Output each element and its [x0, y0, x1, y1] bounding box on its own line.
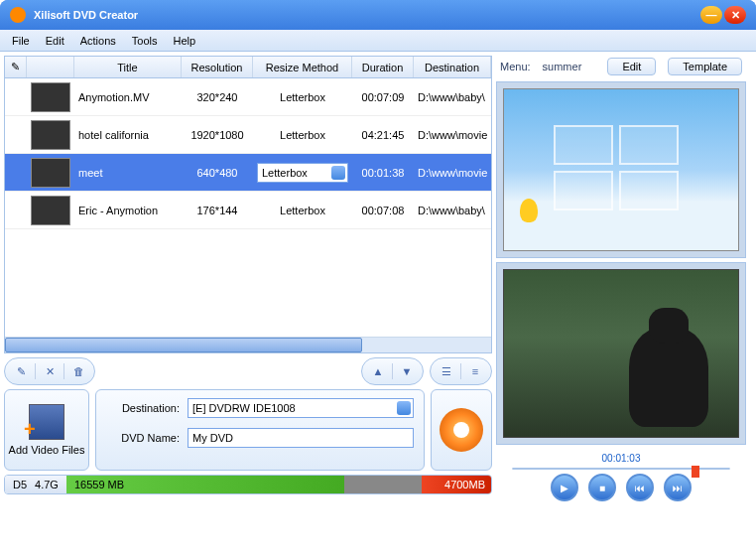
- menu-edit[interactable]: Edit: [46, 35, 64, 47]
- close-button[interactable]: ✕: [724, 6, 746, 24]
- seek-bar[interactable]: [512, 468, 730, 470]
- menu-help[interactable]: Help: [173, 35, 195, 47]
- horizontal-scrollbar[interactable]: [5, 337, 491, 352]
- menu-slot: [619, 171, 679, 210]
- view-toolbar: ☰ ≡: [430, 357, 492, 385]
- table-row[interactable]: hotel california 1920*1080 Letterbox 04:…: [5, 116, 491, 154]
- menu-slot: [554, 125, 613, 165]
- seek-marker[interactable]: [692, 466, 699, 478]
- menu-template-name: summer: [543, 61, 582, 72]
- resize-dropdown[interactable]: Letterbox: [257, 163, 348, 183]
- col-resolution[interactable]: Resolution: [182, 57, 253, 77]
- edit-button[interactable]: ✎: [9, 361, 33, 381]
- cell-resolution: 176*144: [182, 205, 253, 216]
- cell-resolution: 1920*1080: [182, 129, 253, 141]
- thumbnail: [31, 82, 70, 112]
- cell-resolution: 640*480: [182, 167, 253, 179]
- cell-dest: D:\www\baby\: [414, 91, 491, 103]
- menu-actions[interactable]: Actions: [80, 35, 116, 47]
- cell-resolution: 320*240: [182, 91, 253, 103]
- cell-duration: 00:07:08: [352, 205, 414, 216]
- used-space: 16559 MB: [66, 476, 344, 493]
- table-row[interactable]: Eric - Anymotion 176*144 Letterbox 00:07…: [5, 192, 491, 229]
- edit-toolbar: ✎ ✕ 🗑: [4, 357, 95, 385]
- cell-dest: D:\www\movie: [414, 129, 491, 141]
- menu-file[interactable]: File: [12, 35, 30, 47]
- cell-title: meet: [74, 167, 182, 179]
- move-up-button[interactable]: ▲: [366, 361, 390, 381]
- window-title: Xilisoft DVD Creator: [34, 9, 138, 21]
- template-button[interactable]: Template: [668, 58, 742, 75]
- menu-header: Menu: summer Edit Template: [496, 56, 746, 77]
- disc-size: 4.7G: [35, 479, 59, 490]
- cell-resize[interactable]: Letterbox: [253, 163, 352, 183]
- cell-title: Eric - Anymotion: [74, 205, 182, 216]
- scrollbar-thumb[interactable]: [5, 338, 362, 352]
- capacity-bar: D5 4.7G 16559 MB 4700MB: [4, 475, 492, 494]
- add-video-files-button[interactable]: Add Video Files: [4, 389, 89, 471]
- cell-resize: Letterbox: [253, 205, 352, 216]
- view-detail-button[interactable]: ≡: [463, 361, 487, 381]
- burn-button[interactable]: [431, 389, 492, 471]
- col-checkbox[interactable]: ✎: [5, 57, 27, 77]
- delete-button[interactable]: ✕: [38, 361, 62, 381]
- table-row[interactable]: Anymotion.MV 320*240 Letterbox 00:07:09 …: [5, 78, 491, 116]
- menubar: File Edit Actions Tools Help: [0, 30, 756, 52]
- add-files-label: Add Video Files: [9, 444, 85, 456]
- thumbnail: [31, 120, 70, 150]
- add-files-icon: [29, 404, 64, 440]
- menu-preview-pane: [496, 81, 746, 258]
- table-body: Anymotion.MV 320*240 Letterbox 00:07:09 …: [5, 78, 491, 337]
- cell-resize: Letterbox: [253, 129, 352, 141]
- cell-title: hotel california: [74, 129, 182, 141]
- move-toolbar: ▲ ▼: [361, 357, 424, 385]
- table-row[interactable]: meet 640*480 Letterbox 00:01:38 D:\www\m…: [5, 154, 491, 192]
- titlebar: Xilisoft DVD Creator — ✕: [0, 0, 756, 30]
- free-space: [344, 476, 422, 493]
- menu-tools[interactable]: Tools: [132, 35, 158, 47]
- video-frame-content: [629, 328, 708, 427]
- thumbnail: [31, 158, 70, 188]
- cell-duration: 00:01:38: [352, 167, 414, 179]
- next-button[interactable]: ⏭: [664, 474, 692, 501]
- video-preview[interactable]: [503, 269, 739, 438]
- destination-label: Destination:: [106, 402, 180, 414]
- burn-icon: [440, 408, 483, 452]
- video-table: ✎ Title Resolution Resize Method Duratio…: [4, 56, 492, 353]
- menu-slot: [554, 171, 613, 210]
- playback-time: 00:01:03: [602, 453, 641, 464]
- edit-menu-button[interactable]: Edit: [607, 58, 656, 75]
- cell-dest: D:\www\movie: [414, 167, 491, 179]
- col-destination[interactable]: Destination: [414, 57, 491, 77]
- tulip-decoration: [514, 199, 548, 244]
- play-button[interactable]: ▶: [551, 474, 578, 501]
- cell-duration: 00:07:09: [352, 91, 414, 103]
- table-header: ✎ Title Resolution Resize Method Duratio…: [5, 57, 491, 78]
- col-thumb: [27, 57, 74, 77]
- destination-dropdown[interactable]: [E] DVDRW IDE1008: [188, 398, 414, 418]
- player-controls: 00:01:03 ▶ ■ ⏮ ⏭: [496, 449, 746, 504]
- move-down-button[interactable]: ▼: [395, 361, 419, 381]
- col-resize[interactable]: Resize Method: [253, 57, 352, 77]
- menu-label: Menu:: [500, 61, 531, 72]
- view-list-button[interactable]: ☰: [435, 361, 458, 381]
- disc-type: D5: [13, 479, 27, 490]
- col-title[interactable]: Title: [74, 57, 182, 77]
- cell-title: Anymotion.MV: [74, 91, 182, 103]
- app-window: Xilisoft DVD Creator — ✕ File Edit Actio…: [0, 0, 756, 558]
- trash-button[interactable]: 🗑: [66, 361, 90, 381]
- prev-button[interactable]: ⏮: [626, 474, 654, 501]
- destination-panel: Destination: [E] DVDRW IDE1008 DVD Name:…: [95, 389, 425, 471]
- menu-slot: [619, 125, 679, 165]
- dvd-name-input[interactable]: My DVD: [188, 428, 414, 448]
- total-space: 4700MB: [422, 476, 491, 493]
- dvd-name-label: DVD Name:: [106, 432, 180, 444]
- app-icon: [10, 7, 26, 23]
- menu-preview[interactable]: [503, 88, 739, 251]
- video-player-pane: [496, 262, 746, 445]
- stop-button[interactable]: ■: [588, 474, 616, 501]
- col-duration[interactable]: Duration: [352, 57, 414, 77]
- cell-resize: Letterbox: [253, 91, 352, 103]
- thumbnail: [31, 196, 70, 225]
- minimize-button[interactable]: —: [700, 6, 722, 24]
